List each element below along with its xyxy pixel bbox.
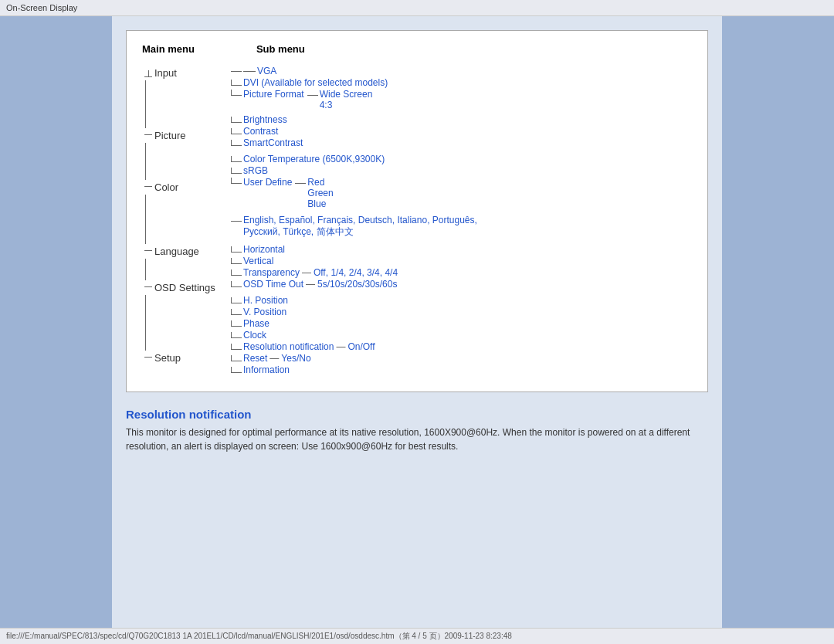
srgb-row: sRGB <box>231 165 477 176</box>
diagram-box: Main menu Sub menu Input <box>126 30 708 392</box>
left-sidebar <box>0 16 112 628</box>
vposition-row: V. Position <box>231 307 477 317</box>
osd-timeout-text: OSD Time Out <box>243 279 303 290</box>
clock-row: Clock <box>231 330 477 341</box>
resolution-description: This monitor is designed for optimal per… <box>126 425 708 453</box>
center-content: Main menu Sub menu Input <box>112 16 722 628</box>
dvi-text: DVI (Available for selected models) <box>243 77 388 88</box>
contrast-text: Contrast <box>243 126 278 137</box>
languages-line1: English, Español, Français, Deutsch, Ita… <box>243 215 477 225</box>
languages-line2: Русский, Türkçe, 简体中文 <box>243 225 477 239</box>
input-vga-row: VGA <box>231 66 477 76</box>
transparency-row: Transparency — Off, 1/4, 2/4, 3/4, 4/4 <box>231 267 477 278</box>
setup-label: Setup <box>154 351 181 364</box>
color-temp-text: Color Temperature (6500K,9300K) <box>243 154 385 164</box>
main-menu-heading: Main menu <box>142 43 195 55</box>
bottom-bar: file:///E:/manual/SPEC/813/spec/cd/Q70G2… <box>0 628 834 644</box>
phase-text: Phase <box>243 318 270 329</box>
horizontal-text: Horizontal <box>243 244 285 255</box>
resolution-notif-text: Resolution notification <box>243 341 334 352</box>
main-item-picture: Picture <box>142 128 231 141</box>
osd-timeout-value: 5s/10s/20s/30s/60s <box>317 279 397 290</box>
reset-row: Reset — Yes/No <box>231 353 477 364</box>
picture-format-text: Picture Format <box>243 89 304 100</box>
vertical-row: Vertical <box>231 256 477 266</box>
main-item-input: Input <box>142 66 231 79</box>
osd-sub: Horizontal Vertical Transparency — Off, … <box>231 244 477 290</box>
diagram-header: Main menu Sub menu <box>142 43 692 55</box>
main-item-osd: OSD Settings <box>142 280 231 293</box>
smartcontrast-text: SmartContrast <box>243 137 303 148</box>
main-item-language: Language <box>142 244 231 257</box>
osd-timeout-row: OSD Time Out — 5s/10s/20s/30s/60s <box>231 279 477 290</box>
vposition-text: V. Position <box>243 307 286 317</box>
bottom-url: file:///E:/manual/SPEC/813/spec/cd/Q70G2… <box>6 632 512 640</box>
user-define-text: User Define <box>243 177 292 188</box>
resolution-notif-value: On/Off <box>348 341 375 352</box>
transparency-value: Off, 1/4, 2/4, 3/4, 4/4 <box>314 267 398 278</box>
setup-sub: H. Position V. Position Phase Clock <box>231 295 477 376</box>
sub-menu-col: VGA DVI (Available for selected models) … <box>231 63 477 376</box>
phase-row: Phase <box>231 318 477 329</box>
resolution-section-title: Resolution notification <box>126 408 708 421</box>
picture-sub: Brightness Contrast SmartContrast <box>231 114 477 149</box>
information-row: Information <box>231 364 477 375</box>
user-define-row: User Define Red Green Blue <box>231 177 477 209</box>
osd-label: OSD Settings <box>154 280 215 293</box>
main-item-setup: Setup <box>142 351 231 364</box>
top-bar-label: On-Screen Display <box>6 3 77 12</box>
main-item-color: Color <box>142 180 231 193</box>
horizontal-row: Horizontal <box>231 244 477 255</box>
reset-text: Reset <box>243 353 267 364</box>
color-temp-row: Color Temperature (6500K,9300K) <box>231 154 477 164</box>
smartcontrast-row: SmartContrast <box>231 137 477 148</box>
input-label: Input <box>154 66 177 79</box>
language-sub: English, Español, Français, Deutsch, Ita… <box>231 215 477 239</box>
color-label: Color <box>154 180 178 193</box>
top-bar: On-Screen Display <box>0 0 834 16</box>
brightness-row: Brightness <box>231 114 477 125</box>
brightness-text: Brightness <box>243 114 287 125</box>
red-text: Red <box>307 177 333 188</box>
input-dvi-row: DVI (Available for selected models) <box>231 77 477 88</box>
contrast-row: Contrast <box>231 126 477 137</box>
reset-value: Yes/No <box>281 353 310 364</box>
language-label: Language <box>154 244 199 257</box>
color-sub: Color Temperature (6500K,9300K) sRGB Use… <box>231 154 477 210</box>
vertical-text: Vertical <box>243 256 273 266</box>
information-text: Information <box>243 364 290 375</box>
clock-text: Clock <box>243 330 266 341</box>
srgb-text: sRGB <box>243 165 268 176</box>
language-row: English, Español, Français, Deutsch, Ita… <box>231 215 477 239</box>
sub-menu-heading: Sub menu <box>256 43 305 55</box>
right-sidebar <box>722 16 834 628</box>
transparency-text: Transparency <box>243 267 300 278</box>
blue-text: Blue <box>307 198 333 209</box>
main-layout: Main menu Sub menu Input <box>0 16 834 628</box>
osd-tree: Input Picture <box>142 63 692 376</box>
vga-text: VGA <box>257 66 276 76</box>
hposition-text: H. Position <box>243 295 288 306</box>
input-sub: VGA DVI (Available for selected models) … <box>231 66 477 111</box>
wide-screen-text: Wide Screen <box>320 89 373 100</box>
picture-format-row: Picture Format Wide Screen 4:3 <box>231 89 477 110</box>
4by3-text: 4:3 <box>320 100 373 110</box>
main-menu-col: Input Picture <box>142 63 231 376</box>
hposition-row: H. Position <box>231 295 477 306</box>
resolution-notif-row: Resolution notification — On/Off <box>231 341 477 352</box>
green-text: Green <box>307 188 333 198</box>
picture-label: Picture <box>154 128 185 141</box>
